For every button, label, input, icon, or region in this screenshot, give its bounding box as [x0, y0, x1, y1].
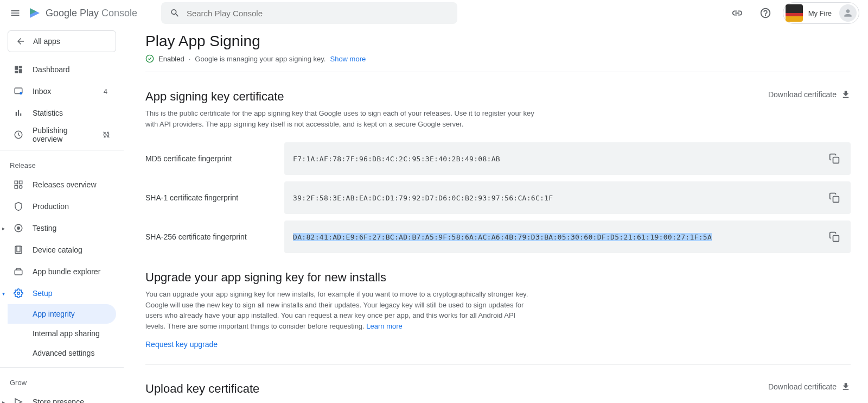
fingerprint-value: F7:1A:AF:78:7F:96:DB:4C:2C:95:3E:40:2B:4… — [293, 155, 500, 163]
request-key-upgrade-link[interactable]: Request key upgrade — [145, 340, 218, 349]
releases-icon — [14, 180, 23, 190]
nav-device-catalog[interactable]: Device catalog — [8, 239, 116, 261]
fingerprint-row-sha256: SHA-256 certificate fingerprint DA:82:41… — [145, 221, 851, 253]
svg-point-13 — [17, 292, 20, 295]
nav-statistics[interactable]: Statistics — [8, 102, 116, 124]
copy-icon — [829, 192, 840, 203]
nav-label: Publishing overview — [33, 126, 93, 143]
gear-icon — [14, 288, 23, 298]
fingerprint-value: DA:82:41:AD:E9:6F:27:BC:AD:B7:A5:9F:58:6… — [293, 233, 712, 241]
nav-label: Releases overview — [33, 180, 111, 189]
download-certificate-button[interactable]: Download certificate — [768, 382, 851, 392]
search-box[interactable] — [161, 2, 457, 24]
link-icon[interactable] — [726, 2, 748, 24]
main-content: Play App Signing Enabled · Google is man… — [124, 26, 868, 403]
bundle-icon — [14, 267, 23, 276]
device-icon — [14, 245, 23, 255]
download-label: Download certificate — [768, 90, 837, 99]
separator: · — [189, 55, 191, 63]
section-desc: This is the public certificate for the a… — [145, 108, 536, 129]
svg-rect-6 — [15, 186, 17, 188]
svg-rect-17 — [833, 236, 839, 242]
inbox-icon — [14, 86, 23, 96]
copy-icon — [829, 231, 840, 242]
nav-app-bundle[interactable]: App bundle explorer — [8, 261, 116, 282]
fingerprint-row-md5: MD5 certificate fingerprint F7:1A:AF:78:… — [145, 142, 851, 175]
account-name: My Fire — [808, 9, 832, 17]
store-presence-icon — [14, 397, 23, 403]
download-icon — [841, 382, 851, 392]
account-chip[interactable]: My Fire — [783, 2, 859, 24]
sidebar: All apps Dashboard Inbox 4 Statistics Pu… — [0, 26, 124, 403]
chevron-right-icon: ▸ — [2, 225, 8, 231]
nav-setup[interactable]: ▾ Setup — [8, 282, 116, 304]
section-upload-key-cert: Upload key certificate This is the publi… — [145, 382, 851, 403]
all-apps-button[interactable]: All apps — [8, 30, 116, 52]
fingerprint-label: SHA-1 certificate fingerprint — [145, 193, 284, 202]
section-heading: App signing key certificate — [145, 90, 536, 104]
download-certificate-button[interactable]: Download certificate — [768, 90, 851, 99]
nav-store-presence[interactable]: ▸ Store presence — [8, 391, 116, 403]
svg-rect-10 — [15, 246, 22, 254]
svg-point-9 — [17, 227, 20, 230]
nav-production[interactable]: Production — [8, 196, 116, 217]
fingerprint-label: MD5 certificate fingerprint — [145, 154, 284, 163]
svg-point-7 — [20, 186, 22, 188]
nav-publishing[interactable]: Publishing overview — [8, 124, 116, 146]
status-enabled: Enabled — [158, 55, 184, 63]
nav-label: Inbox — [33, 87, 95, 96]
nav-label: App bundle explorer — [33, 267, 111, 276]
fingerprint-table: MD5 certificate fingerprint F7:1A:AF:78:… — [145, 142, 851, 253]
chevron-down-icon: ▾ — [2, 291, 8, 297]
app-header: Google Play Console My Fire — [0, 0, 868, 26]
section-desc: This is the public certificate for your … — [145, 400, 536, 403]
nav-label: Store presence — [33, 398, 111, 403]
svg-rect-11 — [17, 246, 20, 252]
dashboard-icon — [14, 65, 23, 74]
inbox-badge: 4 — [104, 87, 107, 96]
learn-more-link[interactable]: Learn more — [366, 322, 402, 330]
nav-testing[interactable]: ▸ Testing — [8, 217, 116, 239]
no-changes-icon — [102, 130, 111, 139]
status-row: Enabled · Google is managing your app si… — [145, 54, 851, 72]
section-release: Release — [8, 155, 116, 174]
section-app-signing-cert: App signing key certificate This is the … — [145, 90, 851, 253]
logo-text: Google Play Console — [46, 8, 137, 19]
page-title: Play App Signing — [145, 33, 851, 50]
section-grow: Grow — [8, 372, 116, 391]
fingerprint-label: SHA-256 certificate fingerprint — [145, 232, 284, 241]
section-desc: You can upgrade your app signing key for… — [145, 289, 536, 331]
svg-point-14 — [146, 55, 153, 62]
logo[interactable]: Google Play Console — [28, 7, 137, 20]
fingerprint-value-box: 39:2F:58:3E:AB:EA:DC:D1:79:92:D7:D6:0C:B… — [284, 181, 851, 214]
show-more-link[interactable]: Show more — [330, 55, 366, 63]
nav-label: Setup — [33, 289, 111, 298]
fingerprint-row-sha1: SHA-1 certificate fingerprint 39:2F:58:3… — [145, 181, 851, 214]
download-label: Download certificate — [768, 382, 837, 391]
svg-rect-5 — [20, 181, 22, 184]
section-upgrade-key: Upgrade your app signing key for new ins… — [145, 270, 851, 364]
search-icon — [170, 8, 180, 18]
testing-icon — [14, 223, 23, 233]
search-input[interactable] — [187, 9, 449, 18]
nav-label: Testing — [33, 224, 111, 232]
check-circle-icon — [145, 54, 154, 63]
sub-app-integrity[interactable]: App integrity — [8, 304, 116, 324]
hamburger-menu-icon[interactable] — [9, 7, 22, 20]
svg-rect-4 — [15, 181, 17, 184]
copy-button[interactable] — [827, 151, 842, 166]
nav-inbox[interactable]: Inbox 4 — [8, 80, 116, 102]
svg-rect-15 — [833, 158, 839, 163]
nav-releases-overview[interactable]: Releases overview — [8, 174, 116, 196]
status-detail: Google is managing your app signing key. — [195, 55, 326, 63]
stats-icon — [14, 108, 23, 118]
copy-button[interactable] — [827, 229, 842, 244]
sub-advanced-settings[interactable]: Advanced settings — [8, 343, 116, 363]
profile-icon — [839, 4, 857, 22]
nav-dashboard[interactable]: Dashboard — [8, 59, 116, 80]
svg-point-1 — [20, 92, 22, 95]
sub-internal-sharing[interactable]: Internal app sharing — [8, 324, 116, 343]
fingerprint-value-box: DA:82:41:AD:E9:6F:27:BC:AD:B7:A5:9F:58:6… — [284, 221, 851, 253]
copy-button[interactable] — [827, 190, 842, 205]
help-icon[interactable] — [755, 2, 776, 24]
